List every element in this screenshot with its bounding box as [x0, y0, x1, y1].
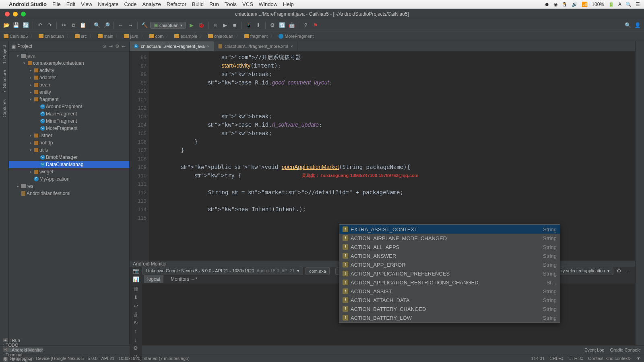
status-icon[interactable]: ▣: [3, 356, 7, 361]
menu-edit[interactable]: Edit: [66, 1, 75, 7]
tree-node-widget[interactable]: ▸widget: [9, 168, 129, 175]
tree-node-myapplication[interactable]: MyApplication: [9, 175, 129, 183]
menu-code[interactable]: Code: [124, 1, 137, 7]
editor-tab[interactable]: cniaotuan/.../fragment_more.xml×: [214, 41, 297, 51]
scroll-from-source-icon[interactable]: ⊙: [101, 43, 107, 49]
menu-help[interactable]: Help: [283, 1, 294, 7]
tool-window-run[interactable]: 4: Run: [3, 338, 43, 343]
android-icon[interactable]: 🤖: [288, 21, 296, 29]
sdk-icon[interactable]: ⬇: [254, 21, 262, 29]
tool-window-todo[interactable]: : TODO: [3, 343, 43, 348]
menu-window[interactable]: Window: [259, 1, 277, 7]
wifi-icon[interactable]: 📶: [582, 2, 588, 7]
scroll-icon[interactable]: ⬇: [134, 294, 138, 300]
replace-icon[interactable]: 🔎: [103, 21, 111, 29]
menu-icon[interactable]: ☰: [636, 2, 640, 7]
tree-node-fragment[interactable]: ▾fragment: [9, 96, 129, 103]
open-icon[interactable]: 📂: [2, 21, 10, 29]
menu-build[interactable]: Build: [192, 1, 204, 7]
tab-logcat[interactable]: logcat: [144, 275, 163, 283]
tree-node-aroundfragment[interactable]: AroundFragment: [9, 103, 129, 110]
up-icon[interactable]: ↑: [134, 328, 137, 334]
tree-node-entity[interactable]: ▸entity: [9, 88, 129, 96]
breadcrumb-item[interactable]: CaiNiao5〉: [2, 32, 37, 40]
stop-button[interactable]: ■: [231, 21, 239, 29]
forward-icon[interactable]: →: [126, 21, 134, 29]
completion-item[interactable]: fACTION_BATTERY_CHANGEDString: [339, 304, 560, 313]
find-icon[interactable]: 🔍: [93, 21, 101, 29]
tree-node-listner[interactable]: ▸listner: [9, 132, 129, 139]
tray-icon[interactable]: 🐧: [561, 2, 568, 7]
device-select[interactable]: Unknown Google Nexus 5 - 5.0.0 - API 21 …: [142, 267, 303, 275]
breadcrumb-item[interactable]: MoreFragment: [277, 33, 316, 39]
tree-node-mainfragment[interactable]: MainFragment: [9, 110, 129, 117]
completion-item[interactable]: fACTION_APPLICATION_PREFERENCESString: [339, 269, 560, 278]
tree-node-datacleanmanag[interactable]: DataCleanManag: [9, 161, 129, 168]
make-icon[interactable]: 🔨: [140, 21, 149, 29]
copy-icon[interactable]: ⧉: [69, 21, 77, 29]
save-icon[interactable]: 💾: [12, 21, 20, 29]
tool-window-event-log[interactable]: Event Log: [584, 348, 605, 352]
view-mode-icon[interactable]: ▣: [11, 43, 16, 49]
close-tab-icon[interactable]: ×: [291, 44, 293, 49]
menu-navigate[interactable]: Navigate: [98, 1, 118, 7]
menu-run[interactable]: Run: [209, 1, 219, 7]
sync-gradle-icon[interactable]: 🔃: [278, 21, 286, 29]
flag-icon[interactable]: ⚑: [312, 21, 320, 29]
completion-item[interactable]: fACTION_BATTERY_LOWString: [339, 313, 560, 322]
help-icon[interactable]: ?: [302, 21, 310, 29]
line-separator[interactable]: CRLF‡: [549, 356, 564, 361]
app-name[interactable]: Android Studio: [9, 1, 47, 7]
completion-item[interactable]: fACTION_APPLICATION_RESTRICTIONS_CHANGED…: [339, 278, 560, 287]
context-label[interactable]: Context: <no context>: [588, 356, 632, 361]
tool-stripe-structure[interactable]: 7: Structure: [2, 68, 7, 95]
editor-tab[interactable]: cniaotuan/.../MoreFragment.java×: [130, 41, 214, 51]
gear-icon[interactable]: ⚙: [114, 43, 120, 49]
menu-vcs[interactable]: VCS: [242, 1, 253, 7]
tree-node-adapter[interactable]: ▸adapter: [9, 74, 129, 81]
breadcrumb-item[interactable]: cniaotuan〉: [37, 32, 73, 40]
avd-icon[interactable]: 📱: [245, 21, 253, 29]
tree-arrow-icon[interactable]: ▸: [28, 170, 33, 174]
menu-analyze[interactable]: Analyze: [142, 1, 161, 7]
volume-icon[interactable]: 🔊: [572, 2, 578, 7]
collapse-icon[interactable]: ⇥: [107, 43, 114, 49]
tool-stripe-captures[interactable]: Captures: [2, 98, 7, 119]
tree-arrow-icon[interactable]: ▾: [28, 97, 33, 101]
tree-node-activity[interactable]: ▸activity: [9, 67, 129, 74]
coverage-icon[interactable]: ▶: [221, 21, 229, 29]
breadcrumb-item[interactable]: cniaotuan〉: [206, 32, 242, 40]
hide-icon[interactable]: ⇤: [120, 43, 127, 49]
tree-arrow-icon[interactable]: ▾: [22, 61, 27, 65]
battery-icon[interactable]: 🔋: [608, 2, 614, 7]
gear-icon[interactable]: ⚙: [133, 345, 138, 351]
breadcrumb-item[interactable]: main〉: [96, 32, 122, 40]
tree-arrow-icon[interactable]: ▸: [28, 141, 33, 145]
project-tree[interactable]: ▾java▾com.example.cniaotuan▸activity▸ada…: [9, 51, 129, 345]
search-everywhere-icon[interactable]: 🔍: [624, 21, 632, 29]
run-button[interactable]: ▶: [188, 21, 196, 29]
breadcrumb-item[interactable]: example〉: [172, 32, 206, 40]
completion-item[interactable]: fACTION_ATTACH_DATAString: [339, 296, 560, 304]
attach-icon[interactable]: ⎋: [211, 21, 219, 29]
redo-icon[interactable]: ↷: [45, 21, 54, 29]
tree-arrow-icon[interactable]: ▸: [28, 68, 33, 72]
completion-item[interactable]: fACTION_ASSISTString: [339, 287, 560, 296]
process-select[interactable]: com.exa: [305, 267, 330, 275]
screenshot-icon[interactable]: 📷: [132, 267, 140, 275]
user-icon[interactable]: 👤: [634, 21, 642, 29]
debug-button[interactable]: 🐞: [197, 21, 205, 29]
menu-refactor[interactable]: Refactor: [167, 1, 186, 7]
breadcrumb-item[interactable]: com〉: [147, 32, 173, 40]
tray-icon[interactable]: A: [618, 2, 621, 7]
tray-icon[interactable]: ◉: [553, 2, 557, 7]
tree-arrow-icon[interactable]: ▸: [28, 83, 33, 87]
project-structure-icon[interactable]: ⚙: [268, 21, 277, 29]
menu-tools[interactable]: Tools: [225, 1, 237, 7]
file-encoding[interactable]: UTF-8‡: [568, 356, 583, 361]
spotlight-icon[interactable]: 🔍: [625, 2, 632, 7]
code-completion-popup[interactable]: fEXTRA_ASSIST_CONTEXTStringfACTION_AIRPL…: [339, 224, 560, 323]
tree-node-morefragment[interactable]: MoreFragment: [9, 125, 129, 132]
tree-arrow-icon[interactable]: ▸: [28, 76, 33, 80]
completion-item[interactable]: fACTION_ANSWERString: [339, 251, 560, 260]
